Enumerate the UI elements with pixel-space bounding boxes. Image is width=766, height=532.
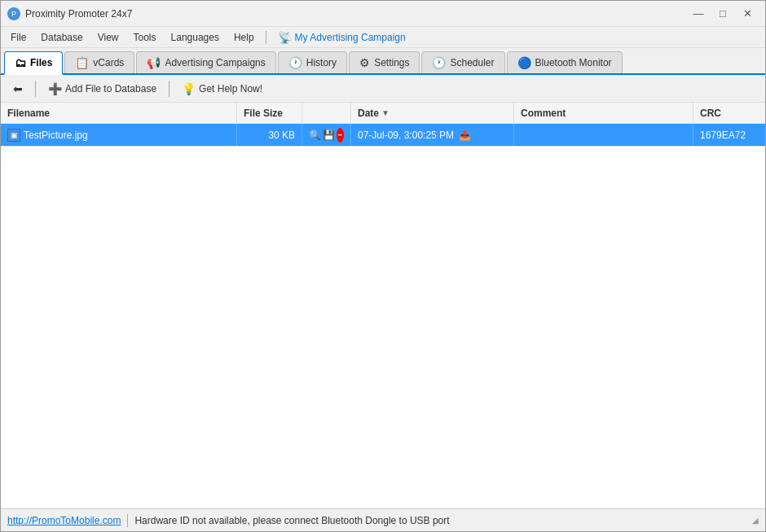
vcards-tab-icon: 📋 [75,56,89,69]
tab-bluetooth[interactable]: 🔵 Bluetooth Monitor [507,51,623,73]
files-tab-icon: 🗂 [15,56,26,69]
resize-grip-icon[interactable]: ◢ [752,516,759,525]
col-filesize[interactable]: File Size [237,103,302,123]
col-date[interactable]: Date ▼ [351,103,514,123]
table-header: Filename File Size Date ▼ Comment CRC [1,103,765,124]
add-icon: ➕ [48,82,62,95]
magnify-icon[interactable]: 🔍 [309,128,321,143]
close-button[interactable]: ✕ [736,5,759,23]
help-button[interactable]: 💡 Get Help Now! [174,80,270,98]
forward-icon[interactable]: 📤 [459,130,471,141]
status-separator [127,514,128,527]
history-tab-icon: 🕐 [288,56,302,69]
tab-settings[interactable]: ⚙ Settings [349,51,420,73]
back-icon: ⬅ [13,82,23,95]
menu-tools[interactable]: Tools [127,30,163,45]
file-table: Filename File Size Date ▼ Comment CRC ▣ … [1,103,765,508]
status-message: Hardware ID not available, please connec… [134,515,449,526]
toolbar: ⬅ ➕ Add File to Database 💡 Get Help Now! [1,75,765,103]
promo-link[interactable]: http://PromoToMobile.com [7,515,121,526]
app-icon: P [7,7,20,20]
advertising-tab-label: Advertising Campaigns [165,57,265,68]
settings-tab-label: Settings [374,57,409,68]
app-title: Proximity Promoter 24x7 [25,8,132,20]
filename-value: TestPicture.jpg [24,130,88,141]
date-cell: 07-Jul-09, 3:00:25 PM 📤 [351,124,514,146]
files-tab-label: Files [30,57,52,68]
tab-scheduler[interactable]: 🕐 Scheduler [421,51,504,73]
action-icons-cell: 🔍 💾 − [302,124,351,146]
status-bar: http://PromoToMobile.com Hardware ID not… [1,508,765,531]
add-file-label: Add File to Database [65,83,156,95]
advertising-tab-icon: 📢 [147,56,161,69]
tab-files[interactable]: 🗂 Files [4,51,63,75]
menu-file[interactable]: File [4,30,33,45]
history-tab-label: History [306,57,337,68]
help-icon: 💡 [182,82,196,95]
back-button[interactable]: ⬅ [6,80,30,98]
tab-advertising[interactable]: 📢 Advertising Campaigns [136,51,275,73]
bluetooth-tab-label: Bluetooth Monitor [535,57,612,68]
comment-cell [514,124,693,146]
window-controls: — □ ✕ [687,5,759,23]
col-comment[interactable]: Comment [514,103,693,123]
col-crc[interactable]: CRC [693,103,759,123]
crc-cell: 1679EA72 [693,124,759,146]
tab-vcards[interactable]: 📋 vCards [64,51,134,73]
maximize-button[interactable]: □ [711,5,734,23]
date-value: 07-Jul-09, 3:00:25 PM [358,130,454,141]
save-icon[interactable]: 💾 [323,128,335,143]
tab-history[interactable]: 🕐 History [278,51,347,73]
vcards-tab-label: vCards [93,57,124,68]
scheduler-tab-icon: 🕐 [432,56,446,69]
scheduler-tab-label: Scheduler [450,57,494,68]
file-type-icon: ▣ [7,129,20,142]
menu-database[interactable]: Database [34,30,89,45]
table-row[interactable]: ▣ TestPicture.jpg 30 KB 🔍 💾 − 07-Jul-09,… [1,124,765,147]
bluetooth-tab-icon: 🔵 [517,56,531,69]
remove-icon[interactable]: − [337,128,344,143]
toolbar-separator [35,81,36,97]
settings-tab-icon: ⚙ [359,56,370,69]
minimize-button[interactable]: — [687,5,710,23]
filename-cell: ▣ TestPicture.jpg [1,124,237,146]
campaign-selector[interactable]: 📡 My Advertising Campaign [271,29,412,46]
menu-languages[interactable]: Languages [165,30,226,45]
col-filename[interactable]: Filename [1,103,237,123]
campaign-label: My Advertising Campaign [295,32,406,43]
add-file-button[interactable]: ➕ Add File to Database [41,80,164,98]
col-actions [302,103,351,123]
menu-help[interactable]: Help [227,30,261,45]
crc-value: 1679EA72 [700,130,746,141]
help-label: Get Help Now! [199,83,262,95]
table-body: ▣ TestPicture.jpg 30 KB 🔍 💾 − 07-Jul-09,… [1,124,765,508]
filesize-value: 30 KB [268,130,295,141]
tab-bar: 🗂 Files 📋 vCards 📢 Advertising Campaigns… [1,48,765,75]
sort-arrow-icon: ▼ [381,108,390,117]
filesize-cell: 30 KB [237,124,302,146]
campaign-icon: 📡 [278,31,292,44]
menu-view[interactable]: View [91,30,125,45]
menu-separator [266,31,266,44]
menu-bar: File Database View Tools Languages Help … [1,27,765,48]
title-bar: P Proximity Promoter 24x7 — □ ✕ [1,1,765,27]
toolbar-separator-2 [169,81,169,97]
